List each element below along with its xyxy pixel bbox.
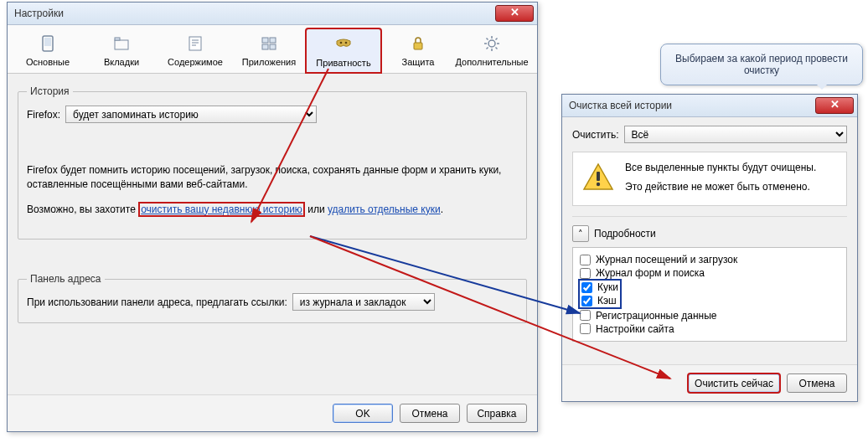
svg-rect-10 [262, 44, 268, 49]
svg-line-23 [496, 39, 498, 40]
checkbox[interactable] [581, 296, 592, 306]
warning-icon [581, 161, 615, 197]
tabs-icon [85, 32, 158, 55]
tab-label: Содержимое [158, 57, 232, 67]
warning-panel: Все выделенные пункты будут очищены. Это… [572, 152, 847, 206]
settings-body: История Firefox: будет запоминать истори… [8, 74, 537, 342]
cancel-button[interactable]: Отмена [400, 404, 460, 423]
settings-window: Настройки ✕ Основные Вкладки Содержимое … [7, 2, 538, 432]
titlebar: Очистка всей истории ✕ [562, 95, 857, 117]
close-button[interactable]: ✕ [815, 97, 854, 114]
svg-point-13 [345, 42, 348, 44]
help-button[interactable]: Справка [467, 404, 527, 423]
addressbar-suggest-combo[interactable]: из журнала и закладок [292, 293, 435, 311]
item-label: Кэш [597, 295, 617, 306]
history-legend: История [27, 85, 73, 97]
clear-buttons: Очистить сейчас Отмена [562, 364, 857, 401]
item-label: Журнал посещений и загрузок [596, 254, 737, 265]
addressbar-fieldset: Панель адреса При использовании панели а… [18, 273, 527, 323]
details-header: ˄ Подробности [572, 216, 847, 242]
item-label: Журнал форм и поиска [596, 267, 705, 279]
item-logins[interactable]: Регистрационные данные [580, 309, 840, 322]
clear-items-list: Журнал посещений и загрузок Журнал форм … [572, 247, 847, 342]
history-description: Firefox будет помнить историю посещений,… [27, 163, 518, 193]
lock-icon [381, 32, 455, 55]
tab-privacy[interactable]: Приватность [306, 28, 381, 73]
tab-content[interactable]: Содержимое [158, 28, 232, 73]
text: . [441, 203, 443, 215]
checkbox[interactable] [580, 310, 591, 321]
gear-icon [455, 32, 529, 55]
tab-label: Вкладки [85, 57, 158, 67]
svg-line-21 [496, 48, 498, 49]
checkbox[interactable] [580, 323, 591, 334]
svg-rect-8 [262, 38, 268, 43]
svg-rect-11 [270, 44, 276, 49]
tab-label: Основные [11, 57, 85, 67]
svg-rect-4 [189, 37, 201, 50]
window-title: Настройки [14, 8, 495, 19]
item-label: Настройки сайта [596, 323, 674, 335]
tab-applications[interactable]: Приложения [232, 28, 306, 73]
history-fieldset: История Firefox: будет запоминать истори… [18, 85, 527, 240]
clear-recent-history-link[interactable]: очистить вашу недавнюю историю [138, 202, 305, 217]
history-mode-label: Firefox: [27, 109, 60, 121]
warning-text-2: Это действие не может быть отменено. [625, 180, 816, 194]
tab-label: Приложения [232, 57, 306, 67]
remove-cookies-link[interactable]: удалить отдельные куки [328, 203, 441, 215]
svg-rect-14 [414, 43, 422, 49]
svg-rect-1 [44, 38, 51, 46]
item-site-settings[interactable]: Настройки сайта [580, 322, 840, 336]
svg-line-20 [487, 39, 488, 40]
general-icon [11, 32, 85, 55]
ok-button[interactable]: OK [333, 404, 393, 423]
settings-toolbar: Основные Вкладки Содержимое Приложения П… [8, 25, 537, 74]
addressbar-legend: Панель адреса [27, 273, 105, 285]
clear-range-label: Очистить: [572, 129, 619, 141]
tab-tabs[interactable]: Вкладки [85, 28, 158, 73]
tab-label: Дополнительные [455, 57, 529, 67]
svg-point-15 [488, 40, 495, 47]
history-links-paragraph: Возможно, вы захотите очистить вашу неда… [27, 203, 518, 217]
item-forms-search[interactable]: Журнал форм и поиска [580, 266, 840, 280]
details-toggle[interactable]: ˄ [572, 225, 589, 242]
titlebar: Настройки ✕ [8, 3, 537, 25]
item-label: Куки [597, 281, 618, 293]
svg-rect-24 [597, 172, 600, 181]
text: или [305, 203, 328, 215]
svg-point-25 [597, 183, 600, 186]
svg-rect-2 [115, 40, 128, 49]
annotation-tooltip: Выбираем за какой период провести очистк… [660, 44, 863, 85]
tab-general[interactable]: Основные [11, 28, 85, 73]
clear-range-combo[interactable]: Всё [624, 126, 847, 143]
checkbox[interactable] [580, 268, 591, 279]
clear-history-window: Очистка всей истории ✕ Очистить: Всё Все… [561, 94, 858, 402]
item-cache[interactable]: Кэш [581, 294, 618, 307]
cancel-button[interactable]: Отмена [787, 373, 847, 393]
item-cookies[interactable]: Куки [581, 281, 618, 294]
item-browsing-downloads[interactable]: Журнал посещений и загрузок [580, 253, 840, 266]
tab-security[interactable]: Защита [381, 28, 455, 73]
details-label: Подробности [594, 228, 656, 240]
checkbox[interactable] [581, 282, 592, 293]
warning-text-1: Все выделенные пункты будут очищены. [625, 161, 816, 175]
item-label: Регистрационные данные [596, 310, 716, 322]
svg-rect-3 [115, 38, 120, 40]
window-title: Очистка всей истории [569, 100, 815, 111]
tab-advanced[interactable]: Дополнительные [455, 28, 529, 73]
svg-line-22 [487, 48, 488, 49]
privacy-mask-icon [307, 33, 380, 56]
tab-label: Приватность [307, 58, 380, 68]
close-button[interactable]: ✕ [495, 5, 534, 22]
applications-icon [232, 32, 306, 55]
clear-now-button[interactable]: Очистить сейчас [688, 373, 780, 393]
svg-point-12 [340, 42, 343, 44]
history-mode-combo[interactable]: будет запоминать историю [65, 106, 317, 123]
content-icon [158, 32, 232, 55]
addressbar-label: При использовании панели адреса, предлаг… [27, 296, 287, 308]
settings-buttons: OK Отмена Справка [8, 394, 537, 431]
tab-label: Защита [381, 57, 455, 67]
svg-rect-9 [270, 38, 276, 43]
checkbox[interactable] [580, 255, 591, 265]
text: Возможно, вы захотите [27, 203, 138, 215]
